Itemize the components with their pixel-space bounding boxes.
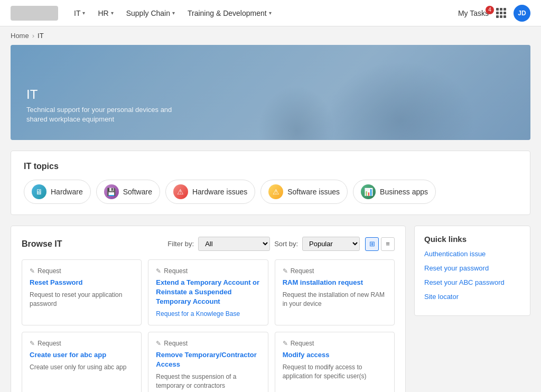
card-modify-access[interactable]: ✎ Request Modify access Request to modif… (275, 332, 395, 392)
card-title: RAM installation request (283, 278, 387, 287)
software-issues-icon: ⚠ (268, 184, 283, 199)
card-ram-installation[interactable]: ✎ Request RAM installation request Reque… (275, 259, 395, 325)
card-title: Reset Password (30, 278, 134, 287)
topic-chip-hardware-issues[interactable]: ⚠ Hardware issues (165, 180, 255, 204)
card-desc: Request to reset your application passwo… (30, 291, 134, 309)
view-toggle: ⊞ ≡ (365, 237, 395, 251)
topic-chip-business-apps[interactable]: 📊 Business apps (353, 180, 436, 204)
software-icon: 💾 (104, 184, 119, 199)
quick-link-reset-pw[interactable]: Reset your password (424, 264, 520, 273)
hero-content: IT Technical support for your personal d… (26, 87, 174, 124)
quick-link-site-locator[interactable]: Site locator (424, 293, 520, 302)
chevron-down-icon: ▾ (82, 10, 85, 16)
filter-label: Filter by: (167, 240, 194, 248)
filter-select[interactable]: All Request Knowledge Base (198, 237, 270, 251)
card-type: ✎ Request (30, 340, 134, 347)
card-type: ✎ Request (283, 340, 387, 347)
topics-section: IT topics 🖥 Hardware 💾 Software ⚠ Hardwa… (11, 151, 530, 215)
hero-title: IT (26, 87, 174, 102)
nav-menu: IT ▾ HR ▾ Supply Chain ▾ Training & Deve… (69, 6, 458, 21)
request-icon: ✎ (156, 340, 161, 347)
hardware-issues-icon: ⚠ (173, 184, 188, 199)
list-view-button[interactable]: ≡ (381, 237, 395, 251)
cards-grid: ✎ Request Reset Password Request to rese… (22, 259, 395, 392)
navbar: IT ▾ HR ▾ Supply Chain ▾ Training & Deve… (0, 0, 541, 26)
request-icon: ✎ (30, 340, 35, 347)
card-type: ✎ Request (30, 267, 134, 275)
topic-label-software: Software (123, 188, 152, 196)
card-desc: Request to modify access to application … (283, 363, 387, 381)
quick-link-reset-abc-pw[interactable]: Reset your ABC password (424, 278, 520, 287)
topic-label-hardware: Hardware (51, 188, 83, 196)
task-count-badge: 4 (486, 6, 494, 14)
card-type: ✎ Request (156, 340, 260, 347)
breadcrumb-current: IT (38, 32, 44, 40)
card-title: Modify access (283, 350, 387, 360)
nav-item-hr[interactable]: HR ▾ (92, 6, 118, 21)
card-desc: Request the suspension of a temporary or… (156, 372, 260, 390)
card-create-user[interactable]: ✎ Request Create user for abc app Create… (22, 332, 142, 392)
chevron-down-icon: ▾ (111, 10, 114, 16)
card-extend-temp-account[interactable]: ✎ Request Extend a Temporary Account or … (148, 259, 268, 325)
request-icon: ✎ (283, 340, 288, 347)
card-title: Create user for abc app (30, 350, 134, 360)
request-icon: ✎ (30, 267, 35, 275)
breadcrumb-separator: › (32, 32, 34, 40)
avatar[interactable]: JD (514, 5, 530, 22)
topic-label-hardware-issues: Hardware issues (192, 188, 247, 196)
card-desc: Request the installation of new RAM in y… (283, 291, 387, 309)
breadcrumb: Home › IT (0, 26, 541, 45)
request-icon: ✎ (283, 267, 288, 275)
browse-section: Browse IT Filter by: All Request Knowled… (11, 226, 406, 392)
grid-view-button[interactable]: ⊞ (365, 237, 379, 251)
breadcrumb-home[interactable]: Home (11, 32, 29, 40)
chevron-down-icon: ▾ (269, 10, 272, 16)
nav-item-training[interactable]: Training & Development ▾ (182, 6, 277, 21)
topic-chip-software[interactable]: 💾 Software (96, 180, 160, 204)
app-grid-icon[interactable] (496, 8, 506, 18)
card-desc: Create user only for using abc app (30, 363, 134, 372)
sort-label: Sort by: (274, 240, 298, 248)
browse-header: Browse IT Filter by: All Request Knowled… (22, 237, 395, 251)
main-area: Browse IT Filter by: All Request Knowled… (11, 226, 530, 392)
quick-links-title: Quick links (424, 235, 520, 244)
topic-label-software-issues: Software issues (287, 188, 340, 196)
my-tasks-button[interactable]: My Tasks4 (458, 9, 489, 17)
navbar-right: My Tasks4 JD (458, 5, 530, 22)
card-title: Remove Temporary/Contractor Access (156, 350, 260, 369)
nav-item-it[interactable]: IT ▾ (69, 6, 90, 21)
sort-select[interactable]: Popular Newest Alphabetical (302, 237, 360, 251)
card-type: ✎ Request (156, 267, 260, 275)
chevron-down-icon: ▾ (172, 10, 175, 16)
filter-sort-controls: Filter by: All Request Knowledge Base So… (167, 237, 360, 251)
card-type: ✎ Request (283, 267, 387, 275)
browse-title: Browse IT (22, 239, 62, 249)
topics-list: 🖥 Hardware 💾 Software ⚠ Hardware issues … (24, 180, 517, 204)
topic-chip-software-issues[interactable]: ⚠ Software issues (260, 180, 348, 204)
topic-chip-hardware[interactable]: 🖥 Hardware (24, 180, 91, 204)
card-title: Extend a Temporary Account or Reinstate … (156, 278, 260, 307)
business-apps-icon: 📊 (361, 184, 376, 199)
quick-link-auth[interactable]: Authentication issue (424, 250, 520, 259)
card-link[interactable]: Request for a Knowlege Base (156, 310, 260, 318)
topics-title: IT topics (24, 162, 517, 171)
hardware-icon: 🖥 (32, 184, 46, 199)
nav-item-supply-chain[interactable]: Supply Chain ▾ (121, 6, 180, 21)
quick-links-section: Quick links Authentication issue Reset y… (414, 226, 530, 316)
card-reset-password[interactable]: ✎ Request Reset Password Request to rese… (22, 259, 142, 325)
hero-banner: IT Technical support for your personal d… (11, 45, 530, 140)
navbar-logo (11, 6, 58, 21)
hero-subtitle: Technical support for your personal devi… (26, 105, 174, 124)
request-icon: ✎ (156, 267, 161, 275)
card-remove-temp-access[interactable]: ✎ Request Remove Temporary/Contractor Ac… (148, 332, 268, 392)
topic-label-business-apps: Business apps (380, 188, 428, 196)
